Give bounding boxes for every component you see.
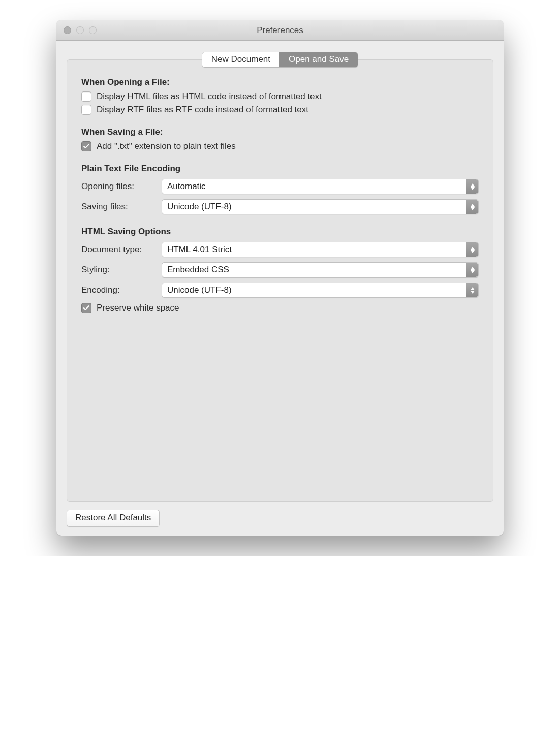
select-styling[interactable]: Embedded CSS bbox=[162, 262, 479, 278]
footer: Restore All Defaults bbox=[67, 510, 493, 527]
checkbox-row-display-rtf: Display RTF files as RTF code instead of… bbox=[81, 105, 479, 115]
label-styling: Styling: bbox=[81, 265, 162, 275]
checkbox-preserve-whitespace[interactable] bbox=[81, 303, 91, 313]
tab-group: New Document Open and Save bbox=[202, 52, 358, 68]
updown-icon bbox=[466, 200, 478, 214]
select-saving-files[interactable]: Unicode (UTF-8) bbox=[162, 199, 479, 214]
heading-when-saving: When Saving a File: bbox=[81, 127, 479, 137]
select-opening-files[interactable]: Automatic bbox=[162, 179, 479, 194]
label-saving-files: Saving files: bbox=[81, 202, 162, 212]
minimize-icon[interactable] bbox=[76, 26, 84, 34]
checkbox-row-display-html: Display HTML files as HTML code instead … bbox=[81, 91, 479, 102]
checkbox-display-rtf[interactable] bbox=[81, 105, 91, 115]
tab-panel: When Opening a File: Display HTML files … bbox=[67, 59, 493, 502]
updown-icon bbox=[466, 179, 478, 194]
content-area: New Document Open and Save When Opening … bbox=[56, 41, 504, 536]
label-encoding: Encoding: bbox=[81, 285, 162, 295]
updown-icon bbox=[466, 242, 478, 257]
checkbox-row-preserve-whitespace: Preserve white space bbox=[81, 303, 479, 313]
checkbox-label-display-rtf: Display RTF files as RTF code instead of… bbox=[97, 105, 308, 115]
checkbox-label-preserve-whitespace: Preserve white space bbox=[97, 303, 179, 313]
section-html-saving-options: HTML Saving Options Document type: HTML … bbox=[81, 227, 479, 313]
label-opening-files: Opening files: bbox=[81, 181, 162, 192]
section-when-saving: When Saving a File: Add ".txt" extension… bbox=[81, 127, 479, 151]
select-value-styling: Embedded CSS bbox=[167, 265, 229, 275]
window-title: Preferences bbox=[56, 25, 504, 36]
section-plain-text-encoding: Plain Text File Encoding Opening files: … bbox=[81, 164, 479, 214]
label-document-type: Document type: bbox=[81, 244, 162, 255]
row-styling: Styling: Embedded CSS bbox=[81, 262, 479, 278]
row-opening-files: Opening files: Automatic bbox=[81, 179, 479, 194]
zoom-icon[interactable] bbox=[89, 26, 97, 34]
select-document-type[interactable]: HTML 4.01 Strict bbox=[162, 242, 479, 257]
close-icon[interactable] bbox=[64, 26, 71, 34]
tab-bar: New Document Open and Save bbox=[67, 52, 493, 68]
updown-icon bbox=[466, 283, 478, 297]
window-controls bbox=[56, 26, 97, 34]
titlebar: Preferences bbox=[56, 20, 504, 41]
row-encoding: Encoding: Unicode (UTF-8) bbox=[81, 283, 479, 298]
checkbox-label-display-html: Display HTML files as HTML code instead … bbox=[97, 91, 322, 102]
checkbox-row-add-txt: Add ".txt" extension to plain text files bbox=[81, 141, 479, 151]
select-value-opening-files: Automatic bbox=[167, 181, 206, 192]
restore-defaults-button[interactable]: Restore All Defaults bbox=[67, 510, 160, 527]
heading-when-opening: When Opening a File: bbox=[81, 77, 479, 87]
checkbox-add-txt[interactable] bbox=[81, 141, 91, 151]
row-document-type: Document type: HTML 4.01 Strict bbox=[81, 242, 479, 257]
checkbox-label-add-txt: Add ".txt" extension to plain text files bbox=[97, 141, 236, 151]
row-saving-files: Saving files: Unicode (UTF-8) bbox=[81, 199, 479, 214]
preferences-window: Preferences New Document Open and Save W… bbox=[56, 20, 504, 536]
select-value-encoding: Unicode (UTF-8) bbox=[167, 285, 232, 295]
checkbox-display-html[interactable] bbox=[81, 91, 91, 102]
heading-plain-text-encoding: Plain Text File Encoding bbox=[81, 164, 479, 174]
updown-icon bbox=[466, 263, 478, 277]
select-value-document-type: HTML 4.01 Strict bbox=[167, 244, 232, 255]
section-when-opening: When Opening a File: Display HTML files … bbox=[81, 77, 479, 115]
heading-html-saving-options: HTML Saving Options bbox=[81, 227, 479, 237]
select-encoding[interactable]: Unicode (UTF-8) bbox=[162, 283, 479, 298]
select-value-saving-files: Unicode (UTF-8) bbox=[167, 202, 232, 212]
tab-new-document[interactable]: New Document bbox=[202, 52, 279, 67]
tab-open-and-save[interactable]: Open and Save bbox=[279, 52, 358, 67]
